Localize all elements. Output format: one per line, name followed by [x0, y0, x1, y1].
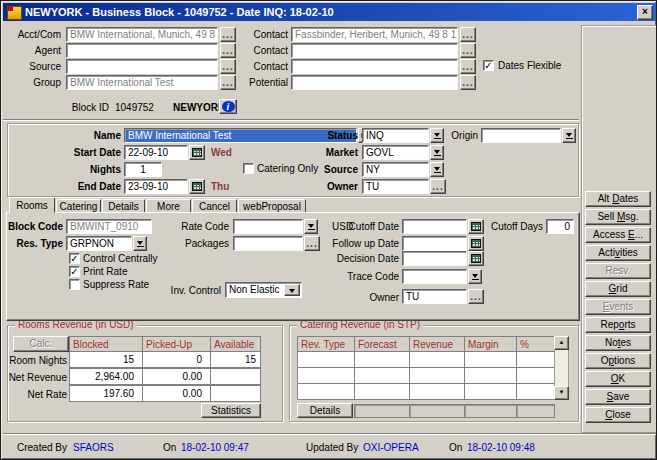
scroll-down-button[interactable]: ▼ [554, 386, 569, 400]
ok-button[interactable]: OK [585, 371, 651, 387]
notes-button[interactable]: Notes [585, 335, 651, 351]
potential-field[interactable] [291, 75, 458, 90]
events-button[interactable]: Events [585, 299, 651, 315]
start-date-field[interactable]: 22-09-10 [124, 145, 188, 160]
options-button[interactable]: Options [585, 353, 651, 369]
reports-button[interactable]: Reports [585, 317, 651, 333]
contact3-field[interactable] [291, 59, 458, 74]
cutoff-days-field[interactable]: 0 [546, 219, 574, 234]
tab-owner-lov-button[interactable]: ... [468, 289, 484, 304]
details-button[interactable]: Details [297, 403, 353, 418]
activities-button[interactable]: Activities [585, 245, 651, 261]
tab-webproposal[interactable]: webProposal [238, 199, 306, 213]
agent-field[interactable] [66, 43, 218, 58]
acct-com-field[interactable]: BMW International, Munich, 49 8 215 6 [66, 27, 218, 42]
col-revenue: Revenue [409, 336, 465, 352]
net-revenue-blocked: 2,964.00 [69, 368, 143, 385]
statistics-button[interactable]: Statistics [201, 403, 261, 418]
save-button[interactable]: Save [585, 389, 651, 405]
tab-owner-field[interactable]: TU [402, 289, 467, 304]
packages-field[interactable] [233, 236, 303, 251]
nights-field[interactable]: 1 [124, 162, 162, 177]
catering-cell [297, 367, 355, 384]
tab-details[interactable]: Details [102, 199, 145, 213]
sell-msg-button[interactable]: Sell Msg. [585, 209, 651, 225]
source2-field[interactable]: NY [362, 162, 429, 177]
catering-revenue-title: Catering Revenue (in STP) [297, 320, 423, 330]
calc-button[interactable]: Calc. [13, 336, 69, 352]
end-date-field[interactable]: 23-09-10 [124, 179, 188, 194]
source-lov-button[interactable]: ... [220, 59, 236, 74]
rate-code-dropdown-button[interactable] [304, 219, 318, 234]
group-lov-button[interactable]: ... [220, 75, 236, 90]
inv-control-combo[interactable]: Non Elastic [225, 282, 302, 298]
potential-lov-button[interactable]: ... [460, 75, 476, 90]
status-field[interactable]: INQ [362, 128, 429, 143]
trace-code-field[interactable] [402, 269, 467, 284]
catering-only-checkbox[interactable] [243, 163, 254, 174]
block-code-field[interactable]: BMWINT_0910 [66, 219, 152, 234]
access-e-button[interactable]: Access E... [585, 227, 651, 243]
tab-cancel[interactable]: Cancel [192, 199, 237, 213]
close-window-button[interactable]: × [637, 5, 653, 20]
source-dropdown-button[interactable] [430, 162, 444, 177]
contact1-field[interactable]: Fassbinder, Heribert, Munich, 49 8 125 [291, 27, 458, 42]
follow-up-date-field[interactable] [402, 236, 467, 251]
updated-by-value: OXI-OPERA [363, 442, 419, 454]
grid-button[interactable]: Grid [585, 281, 651, 297]
cutoff-date-calendar-button[interactable] [468, 219, 484, 234]
suppress-rate-checkbox[interactable] [69, 279, 80, 290]
control-centrally-checkbox[interactable]: ✓ [69, 253, 80, 264]
close-button[interactable]: Close [585, 407, 651, 423]
combo-arrow-button[interactable] [284, 284, 300, 296]
catering-cell [409, 383, 465, 400]
cutoff-date-field[interactable] [402, 219, 467, 234]
owner-lov-button[interactable]: ... [430, 179, 446, 194]
print-rate-checkbox[interactable]: ✓ [69, 266, 80, 277]
rate-code-field[interactable] [233, 219, 303, 234]
trace-code-dropdown-button[interactable] [468, 269, 482, 284]
group-field[interactable]: BMW International Test [66, 75, 218, 90]
start-date-calendar-button[interactable] [189, 145, 205, 160]
owner-label: Owner [301, 179, 358, 194]
packages-lov-button[interactable]: ... [304, 236, 320, 251]
app-icon [7, 6, 22, 20]
ellipsis-icon: ... [462, 29, 473, 40]
suppress-rate-label: Suppress Rate [83, 278, 149, 291]
market-field[interactable]: GOVL [362, 145, 429, 160]
dropdown-icon [434, 167, 440, 171]
end-date-calendar-button[interactable] [189, 179, 205, 194]
contact3-lov-button[interactable]: ... [460, 59, 476, 74]
owner-field[interactable]: TU [362, 179, 429, 194]
decision-calendar-button[interactable] [468, 251, 484, 266]
scroll-up-button[interactable]: ▲ [554, 336, 569, 350]
decision-date-field[interactable] [402, 251, 467, 266]
tab-catering[interactable]: Catering [56, 199, 101, 213]
ellipsis-icon: ... [432, 181, 443, 192]
tab-more[interactable]: More [146, 199, 191, 213]
resv-button[interactable]: Resv. [585, 263, 651, 279]
origin-field[interactable] [481, 128, 561, 143]
contact1-lov-button[interactable]: ... [460, 27, 476, 42]
origin-dropdown-button[interactable] [562, 128, 576, 143]
dates-flexible-checkbox[interactable]: ✓ [483, 60, 494, 71]
start-date-label: Start Date [51, 145, 121, 160]
tab-rooms[interactable]: Rooms [9, 197, 55, 213]
title-bar[interactable]: NEWYORK - Business Block - 1049752 - Dat… [3, 3, 656, 21]
catering-cell [464, 367, 517, 384]
res-type-dropdown-button[interactable] [133, 236, 147, 251]
source-field[interactable] [66, 59, 218, 74]
res-type-field[interactable]: GRPNON [66, 236, 132, 251]
contact2-field[interactable] [291, 43, 458, 58]
net-rate-picked-up: 0.00 [142, 385, 211, 402]
market-dropdown-button[interactable] [430, 145, 444, 160]
tab-owner-label: Owner [341, 290, 399, 305]
follow-up-calendar-button[interactable] [468, 236, 484, 251]
agent-lov-button[interactable]: ... [220, 43, 236, 58]
calendar-icon [471, 222, 481, 231]
block-info-button[interactable]: i [219, 99, 237, 114]
contact2-lov-button[interactable]: ... [460, 43, 476, 58]
acct-com-lov-button[interactable]: ... [220, 27, 236, 42]
cutoff-days-label: Cutoff Days [490, 219, 543, 234]
alt-dates-button[interactable]: Alt Dates [585, 191, 651, 207]
